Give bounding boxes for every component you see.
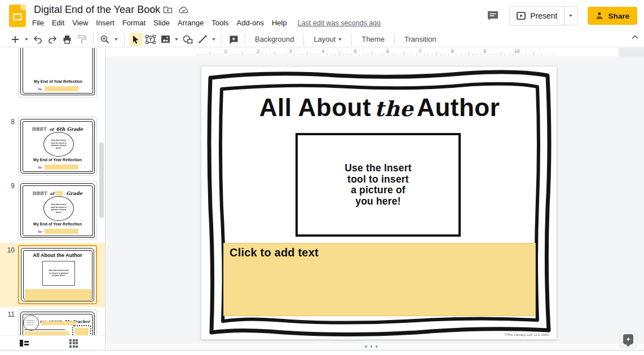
share-label: Share: [608, 12, 629, 20]
picture-placeholder-box[interactable]: Use the Insert tool to insert a picture …: [295, 133, 461, 237]
thumb8-grade: 6th Grade: [56, 126, 83, 132]
menu-help[interactable]: Help: [268, 17, 291, 29]
new-slide-button[interactable]: [8, 33, 22, 46]
thumb8-photo-oval: Use the Insert tool to insert a picture …: [43, 132, 74, 157]
menu-bar: File Edit View Insert Format Slide Arran…: [28, 17, 381, 29]
menu-arrange[interactable]: Arrange: [174, 17, 208, 29]
person-lock-icon: [596, 12, 603, 20]
thumb10-photo-box: Use the Insert tool to insert a picture …: [42, 261, 75, 286]
drag-handle-dots-icon: [365, 345, 378, 348]
print-button[interactable]: [60, 33, 74, 46]
zoom-button[interactable]: [98, 33, 112, 46]
move-folder-icon[interactable]: [163, 6, 173, 14]
slide-title-text[interactable]: All AbouttheAuthor: [201, 94, 558, 122]
thumb8-reflection-text: My End of Year Reflection: [19, 158, 96, 162]
bottom-divider: [0, 350, 644, 350]
thumb8-name-highlight: [45, 165, 78, 170]
shape-tool-button[interactable]: [181, 33, 195, 46]
filmstrip-scrollbar[interactable]: [99, 143, 104, 218]
textbox-tool-button[interactable]: [144, 33, 157, 46]
line-tool-button[interactable]: [196, 33, 209, 46]
undo-button[interactable]: [31, 33, 45, 46]
menu-insert[interactable]: Insert: [92, 17, 118, 29]
copyright-credit: ©The Literacy Loft, LLC 2020: [505, 333, 549, 336]
cloud-saved-icon[interactable]: [179, 6, 189, 14]
slide-canvas-area: All AbouttheAuthor Use the Insert tool t…: [105, 56, 644, 344]
present-button[interactable]: Present: [509, 6, 577, 25]
paint-format-button[interactable]: [75, 33, 89, 46]
menu-view[interactable]: View: [68, 17, 92, 29]
h-ruler-number: 8: [451, 48, 454, 54]
transition-button[interactable]: Transition: [399, 33, 442, 45]
thumb11-prompt: [24, 329, 65, 330]
last-edit-link[interactable]: Last edit was seconds ago: [298, 19, 381, 27]
thumb9-grade: Grade: [67, 190, 83, 196]
thumb11-highlight: [41, 321, 76, 325]
new-slide-dropdown[interactable]: [23, 33, 30, 46]
comment-history-icon[interactable]: [487, 10, 499, 21]
layout-button[interactable]: Layout: [308, 33, 347, 45]
menu-file[interactable]: File: [28, 17, 48, 29]
chevron-down-icon: [569, 15, 572, 17]
h-ruler-number: 10: [514, 48, 519, 54]
slides-logo-icon[interactable]: [9, 5, 26, 27]
h-ruler-number: 5: [354, 48, 357, 54]
thumb7-reflection-text: My End of Year Reflection: [19, 79, 97, 83]
line-tool-dropdown[interactable]: [210, 33, 217, 46]
menu-format[interactable]: Format: [118, 17, 149, 29]
thumb9-by-label: by: [38, 229, 42, 233]
slide-thumbnail-9[interactable]: BEST of Grade Use the Insert tool to ins…: [18, 181, 97, 240]
current-slide[interactable]: All AbouttheAuthor Use the Insert tool t…: [201, 66, 557, 340]
filmstrip-view-button[interactable]: [20, 340, 29, 347]
menu-tools[interactable]: Tools: [208, 17, 232, 29]
explore-button[interactable]: ✦: [619, 330, 637, 348]
document-title[interactable]: Digital End of the Year Book: [34, 4, 160, 16]
insert-image-dropdown[interactable]: [173, 33, 180, 46]
slide-thumbnail-7[interactable]: My End of Year Reflection by: [18, 48, 97, 97]
collapse-toolbar-button[interactable]: [632, 35, 638, 39]
h-ruler-number: 3: [289, 48, 292, 54]
thumb11-circle-note: [23, 315, 39, 331]
slide-number-10: 10: [2, 246, 15, 254]
slide-thumbnail-10-selected[interactable]: All About the Author Use the Insert tool…: [18, 245, 97, 304]
yellow-text-placeholder[interactable]: Click to add text: [223, 243, 536, 316]
speaker-notes-divider[interactable]: [105, 344, 644, 350]
present-label: Present: [530, 11, 557, 20]
explore-star-icon: ✦: [623, 334, 633, 344]
menu-slide[interactable]: Slide: [149, 17, 174, 29]
thumb8-of: of: [49, 127, 54, 132]
share-button[interactable]: Share: [588, 7, 637, 25]
thumb7-by-label: by: [38, 87, 42, 91]
zoom-dropdown[interactable]: [113, 33, 120, 46]
chevron-down-icon: [212, 38, 215, 41]
theme-button[interactable]: Theme: [356, 33, 390, 45]
background-button[interactable]: Background: [249, 33, 299, 45]
h-ruler-number: 2: [257, 48, 259, 54]
thumb9-reflection-text: My End of Year Reflection: [19, 222, 96, 226]
slide-thumbnail-8[interactable]: BEST of 6th Grade Use the Insert tool to…: [18, 117, 97, 176]
slide-number-11: 11: [2, 310, 15, 318]
thumb9-grade-blank: [55, 191, 63, 196]
select-tool-button[interactable]: [129, 33, 143, 46]
thumb10-title: All About the Author: [19, 252, 96, 258]
menu-edit[interactable]: Edit: [48, 17, 68, 29]
insert-comment-button[interactable]: [227, 33, 240, 46]
slide-number-9: 9: [2, 182, 15, 190]
horizontal-ruler: 12345678910: [105, 48, 619, 57]
insert-image-button[interactable]: [158, 33, 172, 46]
ruler-ticks-h: 12345678910: [105, 48, 619, 56]
thumb11-highlight: [24, 331, 69, 335]
star-icon[interactable]: ☆: [149, 5, 157, 14]
h-ruler-number: 7: [418, 48, 421, 54]
present-dropdown[interactable]: [564, 7, 577, 25]
h-ruler-number: 6: [386, 48, 389, 54]
chevron-down-icon: [114, 38, 118, 41]
grid-view-button[interactable]: [69, 339, 78, 348]
redo-button[interactable]: [46, 33, 59, 46]
menu-addons[interactable]: Add-ons: [233, 17, 268, 29]
slide-thumbnail-11[interactable]: ALL ABOUT My Teacher: [18, 309, 97, 335]
thumb8-best: BEST: [32, 126, 47, 132]
thumb8-by-label: by: [38, 165, 42, 169]
thumb9-best: BEST: [33, 190, 47, 196]
thumb7-name-highlight: [45, 86, 78, 91]
